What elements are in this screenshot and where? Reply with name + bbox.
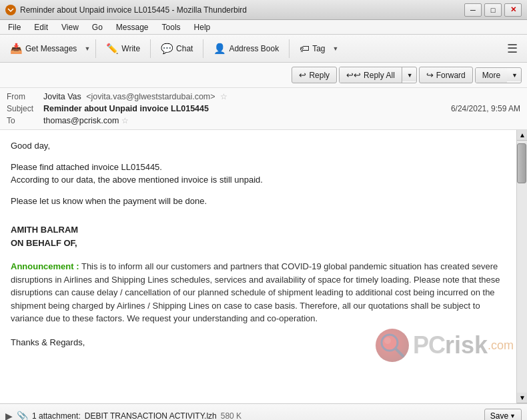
greeting: Good day, [11, 139, 506, 153]
email-body-container: Good day, Please find attached invoice L… [0, 130, 527, 403]
subject-label: Subject [7, 104, 43, 113]
subject-row: Subject Reminder about Unpaid invoice LL… [7, 103, 520, 115]
close-button[interactable]: ✕ [504, 3, 522, 17]
window-controls: ─ □ ✕ [464, 3, 522, 17]
attachment-count: 1 attachment: [32, 411, 81, 421]
toolbar-divider-1 [95, 39, 96, 58]
get-messages-icon: 📥 [10, 43, 23, 55]
chat-button[interactable]: 💬 Chat [155, 39, 199, 58]
hamburger-menu[interactable]: ☰ [502, 39, 523, 59]
from-email: <jovita.vas@glweststardubai.com> [86, 92, 215, 101]
menu-edit[interactable]: Edit [29, 21, 53, 33]
svg-point-0 [7, 6, 15, 14]
menu-view[interactable]: View [56, 21, 84, 33]
more-dropdown[interactable]: ▼ [507, 69, 521, 81]
reply-label: Reply [309, 71, 330, 80]
reply-button[interactable]: ↩ Reply [292, 67, 337, 83]
para1: Please find attached invoice LL015445. [11, 161, 506, 174]
to-value: thomas@pcrisk.com [43, 116, 119, 125]
menu-message[interactable]: Message [111, 21, 154, 33]
address-book-button[interactable]: 👤 Address Book [207, 39, 285, 58]
title-bar: Reminder about Unpaid invoice LL015445 -… [0, 0, 527, 20]
chat-icon: 💬 [161, 43, 173, 55]
more-dropdown-icon: ▼ [510, 72, 518, 79]
attachment-size: 580 K [221, 411, 241, 421]
email-meta: From Jovita Vas <jovita.vas@glweststardu… [0, 88, 527, 129]
from-label: From [7, 92, 43, 101]
save-label: Save [490, 411, 508, 421]
email-body: Good day, Please find attached invoice L… [0, 130, 516, 403]
reply-all-button[interactable]: ↩↩ Reply All [340, 67, 402, 83]
menu-go[interactable]: Go [87, 21, 108, 33]
sig-name2: ON BEHALF OF, [11, 237, 506, 250]
write-button[interactable]: ✏️ Write [100, 39, 146, 58]
email-header: ↩ Reply ↩↩ Reply All ▼ ↪ Forward More ▼ [0, 63, 527, 130]
get-messages-button[interactable]: 📥 Get Messages [4, 39, 83, 58]
announcement-text: This is to inform all our customers and … [11, 261, 500, 323]
forward-label: Forward [436, 71, 466, 80]
reply-all-label: Reply All [364, 71, 395, 80]
sig-name1: AMITH BALRAM [11, 223, 506, 237]
tag-tool[interactable]: 🏷 Tag ▼ [294, 39, 340, 57]
email-date: 6/24/2021, 9:59 AM [451, 104, 520, 113]
minimize-button[interactable]: ─ [464, 3, 482, 17]
from-row: From Jovita Vas <jovita.vas@glweststardu… [7, 91, 520, 103]
paperclip-icon: 📎 [17, 411, 28, 421]
menu-help[interactable]: Help [189, 21, 216, 33]
reply-all-dropdown-icon: ▼ [406, 72, 413, 79]
para2: According to our data, the above mention… [11, 173, 506, 187]
title-bar-left: Reminder about Unpaid invoice LL015445 -… [5, 5, 247, 15]
address-book-label: Address Book [229, 44, 279, 53]
maximize-button[interactable]: □ [484, 3, 502, 17]
scrollbar-thumb[interactable] [517, 143, 526, 183]
get-messages-tool[interactable]: 📥 Get Messages ▼ [4, 39, 91, 58]
from-name: Jovita Vas [43, 92, 81, 101]
forward-icon: ↪ [426, 70, 434, 80]
more-button[interactable]: More [476, 68, 507, 83]
attachment-bar: ▶ 📎 1 attachment: DEBIT TRANSACTION ACTI… [0, 403, 527, 420]
reply-all-group: ↩↩ Reply All ▼ [339, 67, 417, 83]
reply-all-dropdown[interactable]: ▼ [402, 69, 416, 81]
write-icon: ✏️ [106, 43, 119, 55]
toolbar: 📥 Get Messages ▼ ✏️ Write 💬 Chat 👤 Addre… [0, 35, 527, 63]
to-row: To thomas@pcrisk.com ☆ [7, 115, 520, 127]
save-button[interactable]: Save ▼ [484, 409, 522, 421]
scrollbar-track[interactable]: ▲ ▼ [516, 130, 527, 403]
get-messages-arrow[interactable]: ▼ [83, 45, 91, 52]
subject-value: Reminder about Unpaid invoice LL015445 [43, 104, 209, 113]
scrollbar-down[interactable]: ▼ [517, 393, 527, 403]
from-value: Jovita Vas <jovita.vas@glweststardubai.c… [43, 92, 227, 101]
reply-icon: ↩ [299, 70, 306, 80]
chat-label: Chat [176, 44, 193, 53]
toolbar-divider-4 [289, 39, 290, 58]
svg-line-3 [396, 349, 403, 356]
more-label: More [482, 71, 500, 80]
window-title: Reminder about Unpaid invoice LL015445 -… [20, 5, 247, 15]
tag-button[interactable]: 🏷 Tag [294, 39, 331, 57]
tag-arrow[interactable]: ▼ [332, 45, 340, 52]
menu-bar: File Edit View Go Message Tools Help [0, 20, 527, 35]
address-book-icon: 👤 [213, 43, 226, 55]
scrollbar-up[interactable]: ▲ [517, 130, 527, 141]
from-star[interactable]: ☆ [220, 92, 227, 101]
expand-icon[interactable]: ▶ [5, 411, 13, 421]
to-label: To [7, 116, 43, 125]
write-label: Write [121, 44, 140, 53]
email-actions: ↩ Reply ↩↩ Reply All ▼ ↪ Forward More ▼ [0, 63, 527, 88]
attachment-filename: DEBIT TRANSACTION ACTIVITY.lzh [85, 411, 217, 421]
get-messages-label: Get Messages [25, 44, 77, 53]
toolbar-divider-2 [150, 39, 151, 58]
app-icon [5, 5, 16, 15]
save-dropdown-icon[interactable]: ▼ [510, 413, 516, 419]
tag-icon: 🏷 [300, 43, 310, 54]
tag-label: Tag [312, 44, 325, 53]
toolbar-divider-3 [203, 39, 203, 58]
forward-button[interactable]: ↪ Forward [419, 67, 473, 83]
menu-file[interactable]: File [3, 21, 26, 33]
more-group: More ▼ [475, 67, 522, 83]
announcement: Announcement : This is to inform all our… [11, 260, 506, 325]
menu-tools[interactable]: Tools [157, 21, 186, 33]
to-star[interactable]: ☆ [121, 116, 129, 125]
reply-all-icon: ↩↩ [346, 70, 361, 80]
thanks: Thanks & Regards, [11, 336, 506, 349]
